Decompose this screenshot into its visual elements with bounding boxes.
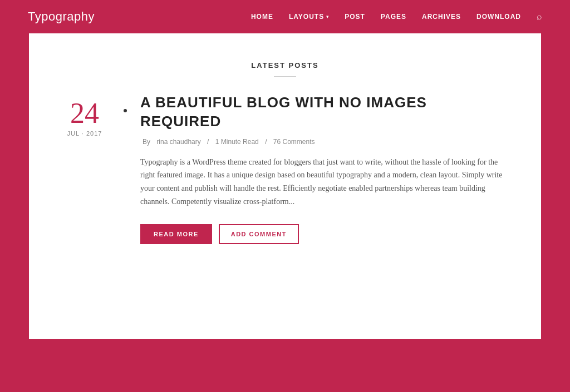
chevron-down-icon: ▾: [326, 14, 329, 19]
post-container: 24 JUL · 2017 A BEAUTIFUL BLOG WITH NO I…: [62, 93, 508, 244]
post-title: A BEAUTIFUL BLOG WITH NO IMAGES REQUIRED: [140, 93, 508, 131]
nav-item-post[interactable]: POST: [345, 13, 365, 21]
nav-item-download[interactable]: DOWNLOAD: [476, 13, 521, 21]
read-more-button[interactable]: READ MORE: [140, 224, 212, 244]
post-actions: READ MORE ADD COMMENT: [140, 224, 508, 244]
meta-sep-2: /: [263, 138, 269, 146]
meta-sep-1: /: [205, 138, 211, 146]
add-comment-button[interactable]: ADD COMMENT: [219, 224, 299, 244]
post-author: rina chaudhary: [156, 138, 200, 146]
nav-layouts-link[interactable]: LAYOUTS: [289, 13, 324, 21]
section-title: LATEST POSTS: [62, 61, 508, 70]
post-author-label: By: [142, 138, 152, 146]
nav-item-pages[interactable]: PAGES: [381, 13, 406, 21]
nav-item-layouts[interactable]: LAYOUTS ▾: [289, 13, 329, 21]
post-date-month-year: JUL · 2017: [67, 130, 102, 137]
post-date-column: 24 JUL · 2017: [62, 93, 118, 137]
post-meta: By rina chaudhary / 1 Minute Read / 76 C…: [140, 138, 508, 146]
main-nav: HOME LAYOUTS ▾ POST PAGES ARCHIVES DOWNL…: [251, 12, 542, 22]
site-logo: Typography: [28, 9, 95, 24]
site-header: Typography HOME LAYOUTS ▾ POST PAGES ARC…: [0, 0, 570, 33]
section-divider: [274, 76, 296, 77]
page-wrapper: LATEST POSTS 24 JUL · 2017 A BEAUTIFUL B…: [0, 33, 570, 373]
nav-item-archives[interactable]: ARCHIVES: [422, 13, 461, 21]
nav-item-home[interactable]: HOME: [251, 13, 273, 21]
search-icon[interactable]: ⌕: [537, 12, 542, 22]
section-header: LATEST POSTS: [62, 61, 508, 77]
post-date-section: 24 JUL · 2017: [62, 93, 118, 244]
post-date-number: 24: [70, 99, 99, 128]
post-read-time: 1 Minute Read: [215, 138, 259, 146]
post-content-column: A BEAUTIFUL BLOG WITH NO IMAGES REQUIRED…: [118, 93, 508, 244]
post-comments: 76 Comments: [273, 138, 315, 146]
date-dot-icon: [124, 109, 127, 112]
post-excerpt: Typography is a WordPress theme created …: [140, 156, 508, 209]
content-card: LATEST POSTS 24 JUL · 2017 A BEAUTIFUL B…: [29, 33, 541, 339]
